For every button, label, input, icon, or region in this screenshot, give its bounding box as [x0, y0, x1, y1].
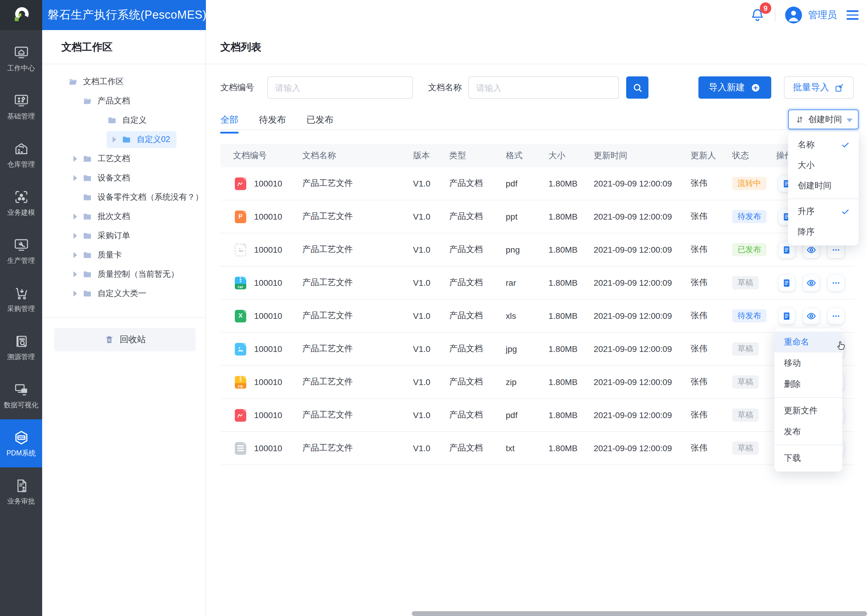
sort-option-创建时间[interactable]: 创建时间	[788, 176, 859, 196]
tree-node[interactable]: 产品文档	[42, 91, 205, 111]
cell-doc-id: 100010	[254, 245, 302, 255]
folder-icon	[82, 173, 93, 183]
cell-updater: 张伟	[690, 410, 732, 421]
sidebar-item-production[interactable]: 生产管理	[0, 227, 42, 275]
doc-id-input[interactable]	[267, 76, 413, 99]
sidebar-item-pdm[interactable]: PDMPDM系统	[0, 419, 42, 467]
tree-caret-down-icon[interactable]	[97, 117, 103, 123]
tree-node[interactable]: 自定义	[42, 111, 205, 130]
tree-caret-down-icon[interactable]	[58, 79, 64, 85]
row-context-menu: 重命名移动删除更新文件发布下载	[774, 328, 842, 471]
tree-node[interactable]: 自定义02	[42, 130, 205, 149]
sort-option-名称[interactable]: 名称	[788, 135, 859, 155]
context-menu-item-移动[interactable]: 移动	[774, 352, 842, 374]
context-menu-item-重命名[interactable]: 重命名	[774, 332, 842, 352]
more-button[interactable]	[828, 308, 844, 324]
tab-已发布[interactable]: 已发布	[306, 114, 334, 134]
search-button[interactable]	[626, 76, 648, 99]
rar-file-icon: rar	[235, 277, 246, 289]
recycle-section: 回收站	[42, 317, 205, 351]
sidebar-item-dataviz[interactable]: 数据可视化	[0, 371, 42, 419]
sidebar-item-label: 仓库管理	[7, 160, 35, 169]
sidebar-item-warehouse[interactable]: 仓库管理	[0, 130, 42, 179]
cell-updater: 张伟	[690, 211, 732, 222]
import-new-label: 导入新建	[709, 82, 745, 93]
sidebar-item-basemgmt[interactable]: 基础管理	[0, 82, 42, 130]
tab-待发布[interactable]: 待发布	[259, 114, 286, 134]
tree-caret-right-icon[interactable]	[72, 214, 78, 220]
table-row[interactable]: 100010产品工艺文件V1.0产品文档pdf1.80MB2021-09-09 …	[221, 399, 854, 432]
sidebar-item-purchase[interactable]: 采购管理	[0, 275, 42, 323]
batch-import-button[interactable]: 批量导入	[784, 76, 854, 99]
preview-button[interactable]	[803, 308, 820, 324]
cell-doc-id: 100010	[254, 443, 302, 453]
context-menu-item-删除[interactable]: 删除	[774, 374, 842, 394]
detail-button[interactable]	[779, 308, 795, 324]
preview-button[interactable]	[803, 275, 820, 291]
context-menu-item-更新文件[interactable]: 更新文件	[774, 400, 842, 421]
sidebar-item-bizmodel[interactable]: 业务建模	[0, 179, 42, 227]
user-avatar[interactable]	[785, 6, 802, 24]
cell-format: xls	[506, 311, 549, 321]
cell-format: jpg	[506, 344, 549, 354]
recycle-bin-button[interactable]: 回收站	[54, 328, 195, 351]
import-icon	[834, 82, 845, 93]
tree-node[interactable]: 采购订单	[42, 226, 205, 245]
table-row[interactable]: 100010产品工艺文件V1.0产品文档txt1.80MB2021-09-09 …	[221, 432, 854, 465]
tree-node[interactable]: 设备文档	[42, 168, 205, 188]
doc-name-input[interactable]	[468, 76, 619, 99]
tree-node[interactable]: 质量卡	[42, 245, 205, 265]
user-name[interactable]: 管理员	[808, 9, 837, 21]
tree-caret-right-icon[interactable]	[72, 175, 78, 181]
table-row[interactable]: X100010产品工艺文件V1.0产品文档xls1.80MB2021-09-09…	[221, 300, 854, 333]
sort-button[interactable]: 创建时间	[788, 110, 859, 129]
context-menu-item-发布[interactable]: 发布	[774, 421, 842, 442]
production-icon	[13, 237, 29, 253]
tree-node[interactable]: 自定义大类一	[42, 284, 205, 303]
tree-node-label: 质量控制（当前暂无）	[98, 269, 179, 280]
hamburger-icon	[847, 10, 859, 12]
table-row[interactable]: rar100010产品工艺文件V1.0产品文档rar1.80MB2021-09-…	[221, 267, 854, 300]
sort-option-升序[interactable]: 升序	[788, 201, 859, 222]
tree-caret-right-icon[interactable]	[72, 291, 78, 297]
sidebar-item-label: 工作中心	[7, 63, 35, 72]
tree-node-label: 设备零件文档（系统没有？）	[98, 192, 203, 203]
tree-caret-right-icon[interactable]	[72, 156, 78, 162]
sort-option-大小[interactable]: 大小	[788, 155, 859, 176]
sidebar-item-approval[interactable]: 业务审批	[0, 467, 42, 515]
table-row[interactable]: 100010产品工艺文件V1.0产品文档pdf1.80MB2021-09-09 …	[221, 167, 854, 200]
cell-type: 产品文档	[449, 344, 506, 354]
cell-size: 1.80MB	[549, 410, 594, 420]
folder-icon	[82, 96, 93, 106]
horizontal-scrollbar[interactable]	[412, 611, 867, 616]
tree-node[interactable]: 质量控制（当前暂无）	[42, 265, 205, 284]
tree-caret-right-icon[interactable]	[72, 233, 78, 239]
status-badge: 草稿	[732, 342, 758, 355]
tree-node[interactable]: 批次文档	[42, 207, 205, 226]
table-row[interactable]: P100010产品工艺文件V1.0产品文档ppt1.80MB2021-09-09…	[221, 200, 854, 233]
tree-caret-right-icon[interactable]	[72, 252, 78, 258]
detail-button[interactable]	[779, 275, 795, 291]
table-row[interactable]: zip100010产品工艺文件V1.0产品文档zip1.80MB2021-09-…	[221, 366, 854, 399]
import-new-button[interactable]: 导入新建	[698, 76, 771, 99]
tree-caret-down-icon[interactable]	[72, 98, 78, 104]
sidebar-item-trace[interactable]: 溯源管理	[0, 323, 42, 371]
notification-bell-button[interactable]: 9	[750, 7, 765, 23]
more-button[interactable]	[828, 275, 844, 291]
table-row[interactable]: 100010产品工艺文件V1.0产品文档jpg1.80MB2021-09-09 …	[221, 333, 854, 366]
sort-option-降序[interactable]: 降序	[788, 222, 859, 242]
user-icon	[785, 6, 802, 24]
tree-node[interactable]: 文档工作区	[42, 72, 205, 91]
doc-name-label: 文档名称	[428, 82, 462, 93]
tree-caret-right-icon[interactable]	[111, 137, 117, 143]
tree-caret-down-icon[interactable]	[72, 194, 78, 200]
sidebar-item-workcenter[interactable]: 工作中心	[0, 34, 42, 82]
tree-caret-right-icon[interactable]	[72, 271, 78, 277]
tab-全部[interactable]: 全部	[221, 114, 238, 134]
tree-node[interactable]: 工艺文档	[42, 149, 205, 168]
tree-node[interactable]: 设备零件文档（系统没有？）	[42, 188, 205, 207]
context-menu-item-下载[interactable]: 下载	[774, 448, 842, 468]
table-row[interactable]: 100010产品工艺文件V1.0产品文档png1.80MB2021-09-09 …	[221, 233, 854, 267]
menu-toggle-button[interactable]	[847, 10, 859, 20]
cell-version: V1.0	[413, 179, 449, 188]
